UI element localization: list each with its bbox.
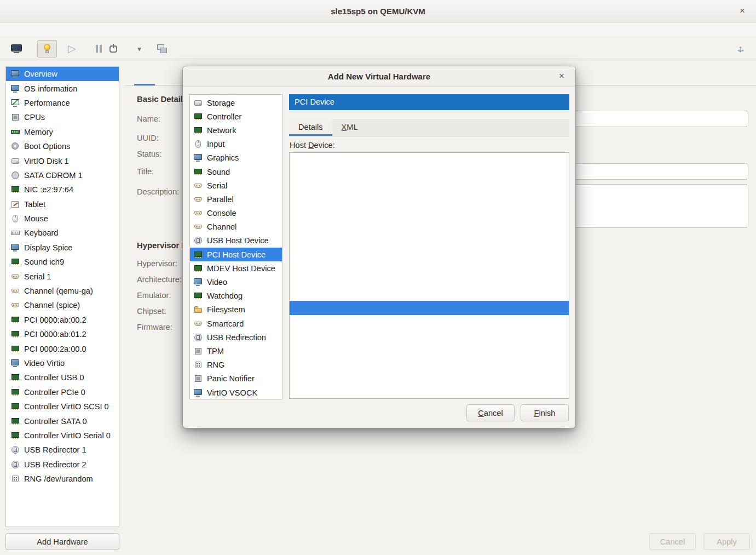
pci-device-row[interactable] [290, 176, 569, 190]
usb-connector-icon [11, 460, 20, 469]
window-close-icon[interactable]: × [736, 5, 749, 16]
hardware-type-item[interactable]: Graphics [190, 151, 282, 165]
add-hardware-button[interactable]: Add Hardware [5, 533, 119, 550]
console-monitor-button[interactable] [7, 40, 26, 58]
tab-xml[interactable]: XML [332, 119, 367, 136]
sidebar-item[interactable]: OS information [6, 81, 119, 95]
sidebar-item[interactable]: Mouse [6, 211, 119, 226]
hardware-type-item[interactable]: Input [190, 138, 282, 151]
sidebar-item-label: USB Redirector 2 [24, 460, 86, 469]
cpu-chip-icon [194, 347, 203, 356]
hardware-type-item[interactable]: Storage [190, 96, 282, 110]
dialog-finish-button[interactable]: Finish [521, 404, 569, 421]
hardware-type-label: Console [207, 209, 236, 218]
pci-device-row[interactable] [290, 370, 569, 384]
snapshots-icon [156, 43, 168, 55]
hardware-type-item[interactable]: Watchdog [190, 289, 282, 303]
pci-device-row[interactable] [290, 162, 569, 175]
hardware-type-item[interactable]: Serial [190, 179, 282, 192]
sidebar-item[interactable]: Boot Options [6, 139, 119, 153]
pci-device-row[interactable] [290, 357, 569, 370]
sidebar-item[interactable]: RNG /dev/urandom [6, 472, 119, 486]
lightbulb-button[interactable] [37, 40, 57, 58]
hardware-type-item[interactable]: USB Redirection [190, 330, 282, 344]
hard-disk-icon [194, 99, 203, 107]
sidebar-item[interactable]: Channel (spice) [6, 298, 119, 312]
sidebar-item[interactable]: Keyboard [6, 226, 119, 240]
sidebar-item[interactable]: Sound ich9 [6, 255, 119, 269]
pci-device-row[interactable] [290, 152, 569, 162]
sidebar-item[interactable]: Serial 1 [6, 269, 119, 283]
expansion-card-icon [11, 258, 20, 266]
sidebar-item[interactable]: Channel (qemu-ga) [6, 284, 119, 298]
apply-button[interactable]: Apply [703, 533, 750, 550]
sidebar-item[interactable]: USB Redirector 1 [6, 443, 119, 457]
pci-device-row[interactable] [290, 385, 569, 398]
sidebar-item[interactable]: Controller PCIe 0 [6, 385, 119, 399]
hardware-type-item[interactable]: PCI Host Device [190, 248, 282, 261]
hardware-type-item[interactable]: USB Host Device [190, 234, 282, 248]
sidebar-item[interactable]: Tablet [6, 197, 119, 211]
pci-device-row[interactable] [290, 190, 569, 203]
power-button[interactable] [108, 40, 118, 58]
sidebar-item[interactable]: NIC :e2:97:64 [6, 182, 119, 197]
sidebar-item[interactable]: PCI 0000:2a:00.0 [6, 341, 119, 356]
sidebar-item[interactable]: Controller SATA 0 [6, 414, 119, 428]
pci-device-row[interactable] [290, 315, 569, 329]
play-button[interactable] [62, 40, 82, 58]
hardware-type-item[interactable]: MDEV Host Device [190, 261, 282, 275]
pci-device-row[interactable] [290, 245, 569, 259]
hardware-type-item[interactable]: Console [190, 207, 282, 220]
pci-device-row[interactable] [290, 218, 569, 231]
sidebar-item[interactable]: Display Spice [6, 241, 119, 255]
sidebar-item[interactable]: CPUs [6, 110, 119, 124]
caret-down-button[interactable] [132, 40, 152, 58]
snapshots-button[interactable] [152, 40, 172, 58]
sidebar-item-label: VirtIO Disk 1 [24, 157, 69, 165]
sidebar-item[interactable]: SATA CDROM 1 [6, 168, 119, 182]
cancel-button[interactable]: Cancel [649, 533, 696, 550]
hardware-type-item[interactable]: RNG [190, 358, 282, 372]
pci-device-row[interactable] [290, 231, 569, 245]
sidebar-item[interactable]: Controller USB 0 [6, 370, 119, 385]
dialog-cancel-button[interactable]: Cancel [466, 404, 515, 421]
sidebar-item[interactable]: PCI 0000:ab:01.2 [6, 327, 119, 341]
hardware-type-item[interactable]: Controller [190, 110, 282, 123]
dialog-close-icon[interactable]: × [556, 71, 568, 82]
pci-device-row[interactable] [290, 287, 569, 301]
pci-device-row[interactable] [290, 259, 569, 273]
pci-device-row[interactable] [290, 329, 569, 342]
hardware-type-item[interactable]: Parallel [190, 192, 282, 206]
pause-button[interactable] [89, 40, 108, 58]
pci-device-row[interactable] [290, 273, 569, 287]
sidebar-item[interactable]: Controller VirtIO SCSI 0 [6, 399, 119, 414]
hardware-type-item[interactable]: Channel [190, 220, 282, 234]
hardware-type-item[interactable]: Sound [190, 165, 282, 179]
sidebar-item[interactable]: PCI 0000:ab:00.2 [6, 313, 119, 327]
hardware-type-item[interactable]: Panic Notifier [190, 372, 282, 386]
hardware-type-item[interactable]: Smartcard [190, 317, 282, 330]
hardware-type-item[interactable]: Video [190, 275, 282, 289]
sidebar-item[interactable]: VirtIO Disk 1 [6, 153, 119, 168]
sidebar-item[interactable]: Overview [6, 67, 119, 81]
sidebar-item[interactable]: Video Virtio [6, 356, 119, 370]
move-arrows-button[interactable] [730, 40, 749, 58]
sidebar-item-label: NIC :e2:97:64 [24, 185, 73, 194]
pci-device-row[interactable] [290, 204, 569, 218]
details-tab[interactable] [134, 60, 155, 85]
sidebar-item[interactable]: Performance [6, 96, 119, 110]
hardware-type-item[interactable]: Network [190, 123, 282, 137]
hardware-type-item[interactable]: VirtIO VSOCK [190, 386, 282, 399]
hardware-type-item[interactable]: TPM [190, 344, 282, 358]
sidebar-item[interactable]: USB Redirector 2 [6, 457, 119, 472]
details-tab[interactable] [155, 60, 176, 85]
sidebar-item[interactable]: Memory [6, 125, 119, 139]
pci-device-row[interactable] [290, 342, 569, 356]
sidebar-item-label: Controller PCIe 0 [24, 388, 85, 397]
hardware-type-item[interactable]: Filesystem [190, 303, 282, 317]
sidebar-item[interactable]: Controller VirtIO Serial 0 [6, 428, 119, 443]
pci-device-row[interactable] [290, 301, 569, 314]
hardware-type-list: Storage Controller Network Input Graphic… [189, 94, 282, 399]
tab-details[interactable]: Details [289, 119, 332, 136]
gear-icon [11, 142, 20, 151]
